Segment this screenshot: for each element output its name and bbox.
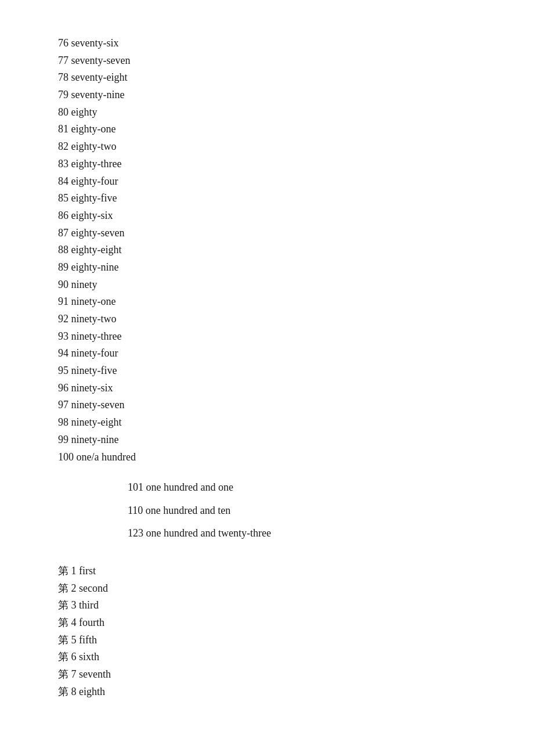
list-item: 89 eighty-nine [58, 259, 476, 276]
list-item: 76 seventy-six [58, 35, 476, 52]
list-item: 84 eighty-four [58, 173, 476, 190]
ordinal-item: 第 5 fifth [58, 632, 476, 649]
list-item: 78 seventy-eight [58, 69, 476, 87]
list-item: 81 eighty-one [58, 121, 476, 138]
list-item: 99 ninety-nine [58, 431, 476, 449]
list-item: 91 ninety-one [58, 293, 476, 311]
list-item: 92 ninety-two [58, 311, 476, 328]
list-item: 88 eighty-eight [58, 242, 476, 259]
number-list: 76 seventy-six77 seventy-seven78 seventy… [58, 35, 476, 466]
ordinal-item: 第 8 eighth [58, 683, 476, 701]
list-item: 79 seventy-nine [58, 87, 476, 104]
ordinal-item: 第 3 third [58, 597, 476, 614]
list-item: 96 ninety-six [58, 380, 476, 397]
list-item: 77 seventy-seven [58, 52, 476, 70]
ordinal-section: 第 1 first第 2 second第 3 third第 4 fourth第 … [58, 563, 476, 701]
indented-section: 101 one hundred and one110 one hundred a… [128, 476, 476, 545]
list-item: 86 eighty-six [58, 207, 476, 225]
list-item: 85 eighty-five [58, 190, 476, 207]
list-item: 94 ninety-four [58, 345, 476, 362]
list-item: 100 one/a hundred [58, 449, 476, 466]
content-area: 76 seventy-six77 seventy-seven78 seventy… [58, 35, 476, 700]
ordinal-item: 第 7 seventh [58, 666, 476, 683]
list-item: 83 eighty-three [58, 156, 476, 173]
list-item: 97 ninety-seven [58, 397, 476, 414]
indented-item: 101 one hundred and one [128, 476, 476, 499]
ordinal-item: 第 4 fourth [58, 614, 476, 632]
list-item: 90 ninety [58, 276, 476, 294]
list-item: 98 ninety-eight [58, 414, 476, 431]
indented-item: 123 one hundred and twenty-three [128, 522, 476, 545]
list-item: 80 eighty [58, 104, 476, 121]
ordinal-item: 第 2 second [58, 580, 476, 597]
ordinal-item: 第 1 first [58, 563, 476, 580]
list-item: 82 eighty-two [58, 138, 476, 156]
list-item: 95 ninety-five [58, 362, 476, 380]
indented-item: 110 one hundred and ten [128, 499, 476, 523]
ordinal-item: 第 6 sixth [58, 649, 476, 666]
list-item: 93 ninety-three [58, 328, 476, 345]
list-item: 87 eighty-seven [58, 225, 476, 242]
